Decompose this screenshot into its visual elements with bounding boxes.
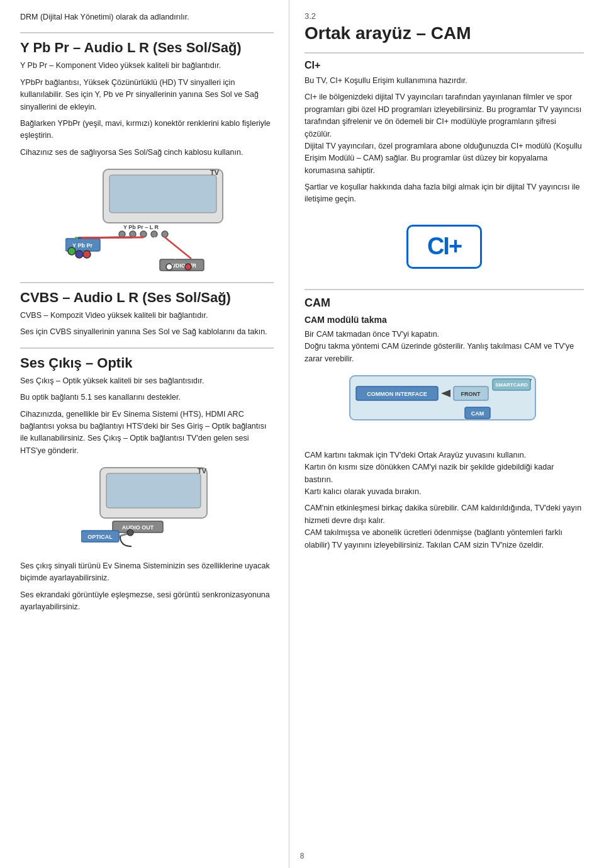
divider-cam — [305, 289, 584, 290]
svg-text:Y Pb Pr: Y Pb Pr — [72, 242, 92, 249]
cvbs-para-1: Ses için CVBS sinyallerinin yanına Ses S… — [20, 326, 274, 338]
cvbs-para-0: CVBS – Kompozit Video yüksek kaliteli bi… — [20, 310, 274, 322]
ci-plus-para-0: Bu TV, CI+ Koşullu Erişim kullanımına ha… — [305, 75, 584, 87]
svg-text:AUDIO OUT: AUDIO OUT — [121, 524, 154, 531]
ses-cikis-para-0: Ses Çıkış – Optik yüksek kaliteli bir se… — [20, 375, 274, 387]
ypbpr-diagram: TV Y Pb Pr – L R Y Pb Pr AUDIO L/R — [20, 166, 274, 273]
svg-point-7 — [151, 231, 157, 237]
cam-para-0: Bir CAM takmadan önce TV'yi kapatın. Doğ… — [305, 329, 584, 365]
svg-point-18 — [68, 247, 76, 255]
ses-cikis-para-1: Bu optik bağlantı 5.1 ses kanallarını de… — [20, 392, 274, 403]
svg-point-5 — [130, 231, 136, 237]
section-number: 3.2 — [305, 11, 584, 21]
ci-plus-logo: CI+ — [406, 225, 482, 269]
svg-line-16 — [154, 237, 176, 259]
cam-diagram-container: TV COMMON INTERFACE FRONT SMARTCARD CAM — [305, 373, 584, 442]
svg-point-20 — [83, 251, 91, 258]
svg-line-17 — [165, 237, 191, 259]
cam-para-1: CAM kartını takmak için TV'deki Ortak Ar… — [305, 449, 584, 499]
cam-interface-svg: TV COMMON INTERFACE FRONT SMARTCARD CAM — [344, 373, 545, 442]
ypbpr-para-0: Y Pb Pr – Komponent Video yüksek kalitel… — [20, 60, 274, 72]
svg-point-8 — [162, 231, 168, 237]
svg-rect-1 — [109, 175, 216, 213]
ses-cikis-para-4: Ses ekrandaki görüntüyle eşleşmezse, ses… — [20, 589, 274, 614]
divider-ses-cikis — [20, 347, 274, 349]
ypbpr-para-1: YPbPr bağlantısı, Yüksek Çözünürlüklü (H… — [20, 77, 274, 113]
ci-plus-para-1: CI+ ile bölgenizdeki dijital TV yayıncıl… — [305, 91, 584, 177]
ci-plus-subtitle: CI+ — [305, 60, 584, 71]
svg-text:TV: TV — [210, 169, 220, 176]
svg-point-31 — [127, 529, 133, 536]
left-column: DRM (Dijital Hak Yönetimi) olarak da adl… — [0, 0, 289, 868]
svg-line-13 — [81, 237, 143, 238]
svg-text:CAM: CAM — [471, 410, 484, 417]
ypbpr-title: Y Pb Pr – Audio L R (Ses Sol/Sağ) — [20, 40, 274, 56]
ses-cikis-title: Ses Çıkış – Optik — [20, 355, 274, 371]
svg-rect-24 — [106, 473, 201, 508]
ci-plus-logo-text: CI+ — [427, 233, 461, 260]
ypbpr-para-3: Cihazınız ses de sağlıyorsa Ses Sol/Sağ … — [20, 147, 274, 159]
svg-point-4 — [119, 231, 125, 237]
main-title: Ortak arayüz – CAM — [305, 23, 584, 43]
cam-module-title: CAM modülü takma — [305, 315, 584, 325]
cvbs-title: CVBS – Audio L R (Ses Sol/Sağ) — [20, 290, 274, 306]
svg-point-6 — [140, 231, 147, 237]
cam-para-2: CAM'nin etkinleşmesi birkaç dakika süreb… — [305, 502, 584, 551]
cam-subtitle: CAM — [305, 296, 584, 310]
svg-text:FRONT: FRONT — [461, 391, 481, 397]
intro-text: DRM (Dijital Hak Yönetimi) olarak da adl… — [20, 11, 274, 23]
svg-text:TV: TV — [198, 467, 207, 475]
svg-text:SMARTCARD: SMARTCARD — [495, 382, 528, 388]
divider-ci-plus — [305, 52, 584, 54]
optical-tv-svg: TV AUDIO OUT OPTICAL — [81, 465, 213, 553]
svg-point-21 — [166, 264, 172, 270]
svg-text:Y Pb Pr – L R: Y Pb Pr – L R — [123, 224, 159, 230]
page-number: 8 — [300, 852, 305, 860]
svg-point-22 — [185, 264, 191, 270]
right-column: 3.2 Ortak arayüz – CAM CI+ Bu TV, CI+ Ko… — [289, 0, 604, 868]
ypbpr-para-2: Bağlarken YPbPr (yeşil, mavi, kırmızı) k… — [20, 118, 274, 142]
ses-cikis-para-2: Cihazınızda, genellikle bir Ev Sinema Si… — [20, 409, 274, 458]
divider-cvbs — [20, 282, 274, 283]
ci-plus-logo-container: CI+ — [305, 213, 584, 280]
ci-plus-para-2: Şartlar ve koşullar hakkında daha fazla … — [305, 181, 584, 206]
ses-cikis-para-3: Ses çıkış sinyali türünü Ev Sinema Siste… — [20, 560, 274, 585]
svg-text:COMMON INTERFACE: COMMON INTERFACE — [367, 391, 427, 397]
divider-ypbpr — [20, 32, 274, 33]
svg-text:OPTICAL: OPTICAL — [87, 534, 113, 540]
optical-diagram: TV AUDIO OUT OPTICAL — [20, 465, 274, 553]
svg-point-19 — [76, 251, 83, 258]
ypbpr-tv-svg: TV Y Pb Pr – L R Y Pb Pr AUDIO L/R — [65, 166, 229, 273]
